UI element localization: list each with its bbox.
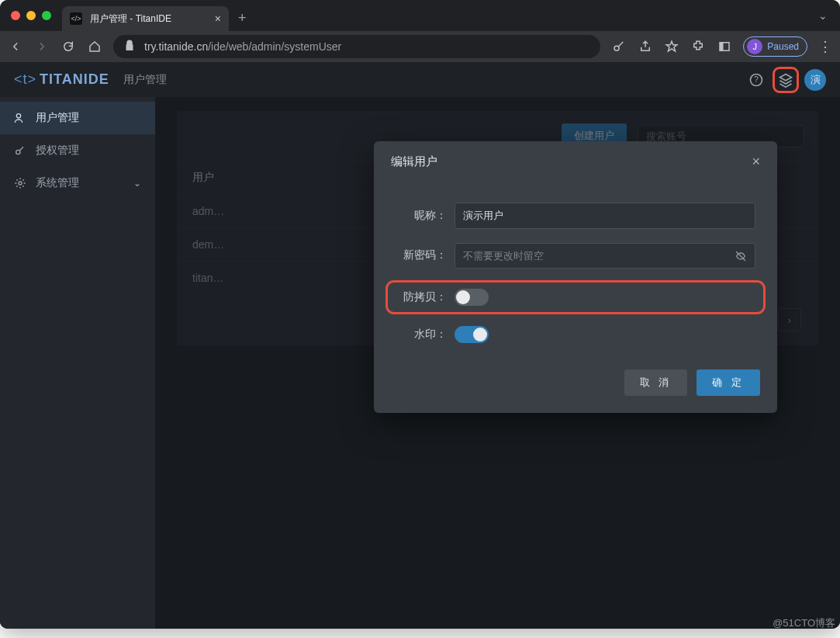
anticopy-label: 防拷贝： — [396, 290, 447, 304]
watermark-toggle[interactable] — [455, 326, 489, 343]
sidebar-item-label: 用户管理 — [36, 111, 79, 125]
anticopy-highlight: 防拷贝： — [388, 283, 763, 312]
users-icon — [14, 112, 26, 124]
sidebar-item-license[interactable]: 授权管理 — [0, 134, 155, 167]
star-icon[interactable] — [664, 39, 679, 54]
avatar[interactable]: 演 — [804, 69, 826, 91]
svg-point-5 — [16, 114, 20, 118]
sidebar: 用户管理 授权管理 系统管理 ⌄ — [0, 97, 155, 629]
help-icon[interactable]: ? — [745, 69, 767, 91]
logo-text: TITANIDE — [40, 71, 109, 88]
app-logo[interactable]: <t> TITANIDE — [14, 71, 109, 88]
gear-icon — [14, 177, 26, 189]
close-icon[interactable]: × — [752, 154, 760, 170]
edit-user-modal: 编辑用户 × 昵称： 新密码： — [374, 141, 777, 413]
new-tab-button[interactable]: + — [238, 10, 247, 26]
browser-tab[interactable]: </> 用户管理 - TitanIDE × — [62, 6, 229, 31]
password-input[interactable] — [463, 250, 747, 262]
sidebar-item-users[interactable]: 用户管理 — [0, 102, 155, 134]
modal-title: 编辑用户 — [391, 154, 437, 169]
page-watermark: @51CTO博客 — [773, 616, 835, 629]
minimize-window-icon[interactable] — [26, 11, 36, 20]
window-caret-icon[interactable]: ⌄ — [818, 9, 828, 22]
breadcrumb: 用户管理 — [123, 73, 167, 87]
forward-icon[interactable] — [34, 39, 50, 54]
layers-icon[interactable] — [775, 69, 797, 91]
password-field[interactable] — [455, 243, 755, 269]
watermark-label: 水印： — [396, 328, 447, 342]
svg-point-6 — [16, 150, 20, 154]
password-label: 新密码： — [396, 248, 447, 262]
address-bar[interactable]: try.titanide.cn/ide/web/admin/systemUser — [113, 35, 600, 58]
maximize-window-icon[interactable] — [42, 11, 51, 20]
extensions-icon[interactable] — [690, 39, 706, 54]
svg-rect-2 — [720, 43, 724, 51]
nickname-input[interactable] — [463, 210, 747, 222]
url-text: try.titanide.cn/ide/web/admin/systemUser — [144, 40, 341, 53]
sidebar-item-system[interactable]: 系统管理 ⌄ — [0, 167, 155, 199]
kebab-menu-icon[interactable]: ⋮ — [818, 38, 832, 55]
lock-icon — [123, 39, 137, 55]
home-icon[interactable] — [87, 39, 102, 54]
sidebar-item-label: 授权管理 — [36, 144, 79, 158]
app-header: <t> TITANIDE 用户管理 ? 演 — [0, 62, 840, 97]
profile-status-label: Paused — [767, 41, 799, 52]
browser-toolbar: try.titanide.cn/ide/web/admin/systemUser… — [0, 31, 840, 62]
sidebar-item-label: 系统管理 — [36, 176, 79, 190]
nickname-field[interactable] — [455, 203, 755, 229]
reload-icon[interactable] — [60, 39, 76, 54]
window-controls — [11, 11, 51, 20]
nickname-label: 昵称： — [396, 209, 447, 223]
tab-favicon: </> — [70, 12, 82, 25]
svg-text:?: ? — [754, 75, 759, 84]
profile-chip[interactable]: J Paused — [743, 36, 807, 57]
confirm-button[interactable]: 确 定 — [697, 369, 760, 396]
browser-tabstrip: </> 用户管理 - TitanIDE × + ⌄ — [0, 0, 840, 31]
anticopy-toggle[interactable] — [455, 289, 489, 306]
svg-point-0 — [614, 46, 619, 50]
back-icon[interactable] — [8, 39, 23, 54]
chevron-down-icon: ⌄ — [133, 178, 141, 189]
svg-point-7 — [19, 182, 22, 185]
cancel-button[interactable]: 取 消 — [624, 369, 688, 396]
key-icon[interactable] — [611, 39, 627, 54]
logo-mark-icon: <t> — [14, 71, 36, 88]
key-icon — [14, 144, 26, 157]
close-window-icon[interactable] — [11, 11, 20, 20]
profile-avatar-icon: J — [747, 39, 762, 54]
eye-off-icon[interactable] — [735, 250, 747, 265]
tab-close-icon[interactable]: × — [215, 12, 221, 25]
share-icon[interactable] — [638, 39, 653, 54]
tab-title: 用户管理 - TitanIDE — [90, 12, 171, 26]
sidepanel-icon[interactable] — [717, 39, 732, 54]
